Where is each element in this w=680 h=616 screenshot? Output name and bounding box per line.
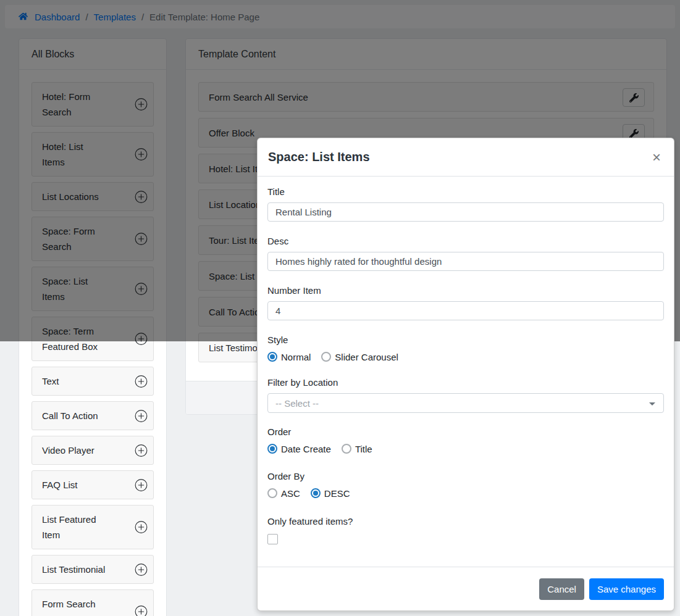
number-item-input[interactable] (267, 301, 664, 320)
radio-label: Normal (281, 352, 311, 362)
radio-title[interactable] (342, 444, 351, 454)
sidebar-item-faq-list[interactable]: FAQ List (31, 470, 154, 499)
save-changes-button[interactable]: Save changes (589, 578, 664, 600)
plus-circle-icon[interactable] (135, 563, 148, 576)
order-by-field-group: Order By ASC DESC (267, 471, 664, 499)
radio-label: ASC (281, 488, 300, 499)
plus-circle-icon[interactable] (135, 478, 148, 491)
only-featured-label: Only featured items? (267, 516, 664, 527)
radio-date-create[interactable] (267, 444, 277, 454)
desc-field-group: Desc (267, 236, 664, 271)
modal-title: Space: List Items (268, 150, 370, 164)
number-item-field-group: Number Item (267, 285, 664, 320)
radio-asc[interactable] (267, 488, 277, 498)
sidebar-item-label: Call To Action (42, 410, 98, 421)
order-options: Date Create Title (267, 443, 664, 455)
title-input[interactable] (267, 202, 664, 222)
cancel-button[interactable]: Cancel (539, 578, 584, 600)
select-value: -- Select -- (275, 398, 319, 409)
sidebar-item-label: Text (42, 376, 59, 386)
sidebar-item-list-featured-item[interactable]: List Featured Item (31, 505, 154, 549)
radio-slider-carousel[interactable] (321, 352, 331, 362)
order-by-option-asc[interactable]: ASC (267, 488, 300, 499)
filter-location-field-group: Filter by Location -- Select -- (267, 377, 664, 413)
plus-circle-icon[interactable] (135, 606, 148, 616)
sidebar-item-call-to-action[interactable]: Call To Action (31, 401, 154, 430)
sidebar-item-form-search-all-service[interactable]: Form Search All Service (31, 589, 154, 616)
sidebar-item-list-testimonial[interactable]: List Testimonial (31, 555, 154, 584)
space-list-items-modal: Space: List Items × Title Desc Number It… (257, 138, 674, 611)
only-featured-checkbox[interactable] (267, 534, 278, 544)
sidebar-item-label: FAQ List (42, 480, 78, 490)
radio-label: Slider Carousel (335, 352, 398, 362)
order-by-option-desc[interactable]: DESC (311, 488, 350, 499)
order-option-date-create[interactable]: Date Create (267, 444, 331, 454)
style-options: Normal Slider Carousel (267, 351, 664, 363)
radio-label: Title (355, 444, 372, 454)
plus-circle-icon[interactable] (135, 444, 148, 457)
modal-body: Title Desc Number Item Style Normal Slid… (258, 177, 674, 567)
filter-location-label: Filter by Location (267, 377, 664, 388)
filter-location-select[interactable]: -- Select -- (267, 393, 664, 413)
order-field-group: Order Date Create Title (267, 427, 664, 455)
only-featured-field-group: Only featured items? (267, 516, 664, 544)
style-label: Style (267, 335, 664, 345)
number-item-label: Number Item (267, 285, 664, 296)
modal-header: Space: List Items × (258, 138, 674, 177)
order-label: Order (267, 427, 664, 437)
radio-normal[interactable] (267, 352, 277, 362)
modal-footer: Cancel Save changes (258, 567, 674, 610)
close-icon[interactable]: × (650, 150, 663, 165)
radio-desc[interactable] (311, 488, 321, 498)
style-field-group: Style Normal Slider Carousel (267, 335, 664, 363)
sidebar-item-label: Video Player (42, 445, 94, 456)
order-option-title[interactable]: Title (342, 444, 372, 454)
plus-circle-icon[interactable] (135, 375, 148, 388)
radio-label: DESC (324, 488, 350, 499)
plus-circle-icon[interactable] (135, 409, 148, 422)
caret-down-icon (649, 402, 655, 406)
sidebar-item-label: List Testimonial (42, 564, 105, 575)
sidebar-item-text[interactable]: Text (31, 367, 154, 396)
radio-label: Date Create (281, 444, 331, 454)
order-by-label: Order By (267, 471, 664, 481)
plus-circle-icon[interactable] (135, 521, 148, 534)
sidebar-item-label: List Featured Item (42, 514, 96, 540)
style-option-slider-carousel[interactable]: Slider Carousel (321, 352, 398, 362)
title-field-group: Title (267, 186, 664, 222)
style-option-normal[interactable]: Normal (267, 352, 311, 362)
order-by-options: ASC DESC (267, 487, 664, 499)
sidebar-item-label: Form Search All Service (42, 599, 96, 616)
desc-input[interactable] (267, 252, 664, 271)
desc-label: Desc (267, 236, 664, 246)
title-label: Title (267, 186, 664, 197)
sidebar-item-video-player[interactable]: Video Player (31, 436, 154, 465)
